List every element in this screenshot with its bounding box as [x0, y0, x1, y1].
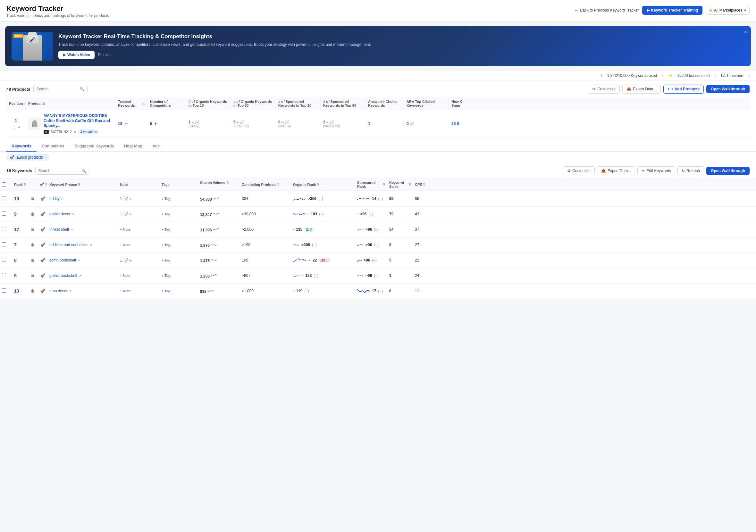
add-products-label: + Add Products	[671, 87, 700, 91]
row-checkbox-2[interactable]	[2, 212, 6, 216]
back-link[interactable]: ← Back to Previous Keyword Tracker	[575, 8, 639, 13]
kw-walkthrough-button[interactable]: Open Walkthrough	[706, 167, 750, 175]
kw-export-button[interactable]: 📤 Export Data...	[597, 166, 635, 175]
rocket-icon-5[interactable]: 🚀	[40, 257, 46, 263]
tab-competitors[interactable]: Competitors	[37, 141, 69, 151]
kw-customize-button[interactable]: ⚙ Customize	[563, 166, 595, 175]
tab-keywords[interactable]: Keywords	[6, 141, 37, 151]
sponsored-sparkline-3	[357, 227, 364, 232]
row-checkbox-6[interactable]	[2, 273, 6, 277]
edit-tracked-icon[interactable]: ✏	[125, 122, 128, 126]
sponsored-sparkline-6	[357, 273, 364, 278]
product-meta: a B07Z8HN212 ⧉ 3 Variations	[43, 129, 113, 134]
ext-icon-7[interactable]: ↗	[69, 289, 71, 293]
row-checkbox-3[interactable]	[2, 227, 6, 231]
add-tag-2[interactable]: + Tag	[162, 212, 196, 216]
trash-icon-6[interactable]: 🗑	[30, 273, 35, 279]
row-checkbox-1[interactable]	[2, 196, 6, 200]
ext-icon-4[interactable]: ↗	[90, 243, 92, 247]
add-products-button[interactable]: + + Add Products	[663, 85, 704, 93]
sv-sparkline-7	[207, 288, 214, 293]
sort-icon-product: ⇅	[43, 102, 45, 105]
trash-icon-3[interactable]: 🗑	[30, 226, 35, 232]
trash-icon-7[interactable]: 🗑	[30, 288, 35, 294]
add-tag-7[interactable]: + Tag	[162, 289, 196, 293]
ext-icon-2[interactable]: ↗	[71, 212, 74, 216]
kw-actions-4: 🗑	[28, 240, 38, 250]
select-all-checkbox[interactable]	[2, 182, 6, 187]
th-sponsored-top50: # of Sponsored Keywords in Top 50	[321, 97, 365, 110]
add-tag-5[interactable]: + Tag	[162, 258, 196, 262]
add-note-7[interactable]: + Note	[120, 289, 158, 293]
tab-ads[interactable]: Ads	[147, 141, 165, 151]
kw-th-sv: Search Volume ⇅	[198, 178, 240, 191]
export-data-button[interactable]: 📤 Export Data...	[622, 85, 661, 93]
dismiss-button[interactable]: Dismiss	[98, 53, 111, 57]
add-tag-4[interactable]: + Tag	[162, 243, 196, 247]
sort-icon-tracked: ⇅	[142, 102, 145, 105]
keywords-search-input[interactable]	[38, 169, 80, 173]
remove-tag-button[interactable]: ×	[44, 155, 46, 159]
ext-icon-6[interactable]: ↗	[79, 274, 81, 278]
sponsored-top10-sv: (N/A SV)	[278, 124, 318, 128]
products-search-input[interactable]	[36, 87, 78, 91]
products-count: 48 Products	[6, 87, 30, 92]
sv-sparkline-3	[213, 227, 220, 231]
kw-checkbox-6	[0, 271, 12, 281]
rocket-icon-7[interactable]: 🚀	[40, 288, 46, 294]
row-collapse-button[interactable]: ∧	[18, 124, 20, 130]
trash-icon-1[interactable]: 🗑	[30, 196, 35, 201]
ext-icon-5[interactable]: ↗	[77, 259, 80, 262]
marketplace-select[interactable]: A All Marketplaces ▾	[706, 6, 750, 15]
row-checkbox-7[interactable]	[2, 288, 6, 293]
add-note-2[interactable]: +	[129, 212, 132, 217]
tab-heat-map[interactable]: Heat Map	[119, 141, 147, 151]
add-note-5[interactable]: +	[129, 258, 132, 263]
trash-icon-4[interactable]: 🗑	[30, 242, 35, 248]
td-organic-top10: 1 – 📈 (64 SV)	[186, 117, 231, 131]
training-button[interactable]: ▶ Keyword Tracker Training	[642, 6, 703, 15]
kw-competing-7: >1,000	[240, 286, 291, 296]
rocket-icon-3[interactable]: 🚀	[40, 226, 46, 232]
add-note-4[interactable]: + Note	[120, 243, 158, 247]
tab-suggested-keywords[interactable]: Suggested Keywords	[69, 141, 119, 151]
ext-icon-3[interactable]: ↗	[70, 228, 73, 231]
add-tag-6[interactable]: + Tag	[162, 274, 196, 278]
trash-icon-2[interactable]: 🗑	[30, 211, 35, 217]
ext-icon-1[interactable]: ↗	[61, 197, 64, 200]
copy-icon[interactable]: ⧉	[74, 130, 76, 134]
add-note-3[interactable]: + Note	[120, 227, 158, 231]
add-note-1[interactable]: +	[129, 197, 132, 201]
rocket-icon-1[interactable]: 🚀	[40, 196, 46, 201]
kw-organic-1: >306 (–)	[291, 193, 355, 204]
row-menu-button[interactable]: ⋮	[12, 124, 17, 130]
play-icon-btn: ▶	[63, 53, 66, 57]
refresh-button[interactable]: ↻ Refresh	[677, 166, 704, 175]
keywords-search-box: 🔍	[35, 167, 89, 175]
kw-competing-3: >2,000	[240, 225, 291, 234]
organic-sparkline-2	[293, 211, 306, 217]
customize-button[interactable]: ⚙ Customize	[588, 85, 620, 93]
rocket-icon-4[interactable]: 🚀	[40, 242, 46, 248]
add-note-6[interactable]: + Note	[120, 274, 158, 278]
chart-icon-sponsored50: 📈	[330, 120, 334, 124]
edit-keywords-button[interactable]: ✏ Edit Keywords	[637, 166, 675, 175]
add-competitor-icon[interactable]: +	[154, 121, 157, 126]
aba-top-value: 0	[407, 121, 409, 126]
rocket-icon-2[interactable]: 🚀	[40, 211, 46, 217]
add-tag-1[interactable]: + Tag	[162, 197, 196, 200]
table-row: 13 🗑 🚀 emo decor ↗ + Note + Tag 835 >1,0…	[0, 284, 756, 299]
row-checkbox-4[interactable]	[2, 242, 6, 247]
row-checkbox-5[interactable]	[2, 258, 6, 262]
products-walkthrough-button[interactable]: Open Walkthrough	[706, 85, 750, 93]
add-tag-3[interactable]: + Tag	[162, 227, 196, 231]
watch-video-button[interactable]: ▶ Watch Video	[58, 51, 94, 59]
note-icon-1: 📝	[123, 197, 128, 201]
trash-icon-5[interactable]: 🗑	[30, 257, 35, 263]
banner-actions: ▶ Watch Video Dismiss	[58, 51, 744, 59]
kw-keyword-5: coffin bookshelf ↗	[47, 255, 118, 265]
rocket-icon-6[interactable]: 🚀	[40, 273, 46, 279]
sort-icon-position: ↑	[24, 102, 25, 105]
banner-close-button[interactable]: ×	[744, 29, 747, 35]
organic-sparkline-4	[293, 243, 299, 247]
